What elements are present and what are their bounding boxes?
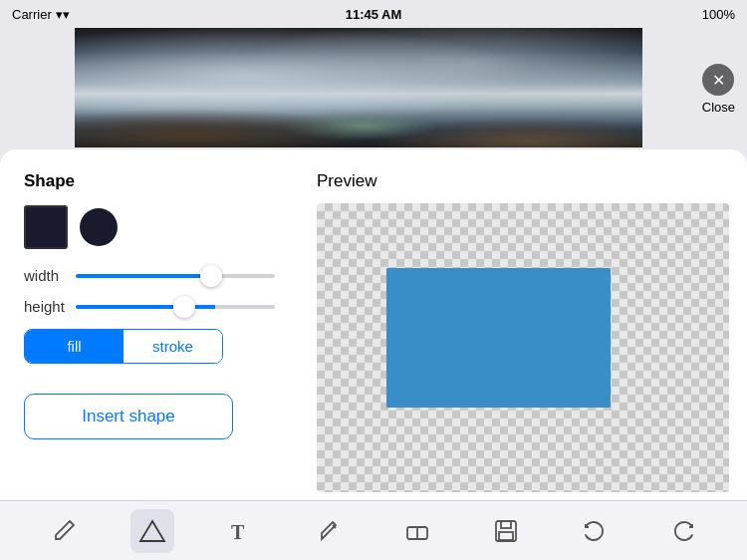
photo-waterfall [75, 28, 642, 147]
height-label: height [24, 298, 66, 315]
status-bar: Carrier ▾▾ 11:45 AM 100% [0, 0, 747, 28]
time-display: 11:45 AM [346, 7, 402, 22]
preview-title: Preview [317, 171, 729, 191]
width-slider[interactable] [76, 274, 275, 278]
shape-circle-option[interactable] [80, 208, 118, 246]
shape-section-title: Shape [24, 171, 275, 191]
svg-text:T: T [231, 521, 245, 543]
toolbar-redo[interactable] [661, 509, 705, 553]
battery-display: 100% [702, 7, 735, 22]
width-slider-row: width [24, 267, 275, 284]
left-column: Shape width height fill stroke Insert sh… [0, 149, 299, 510]
fill-button[interactable]: fill [25, 330, 124, 363]
close-button[interactable]: ✕ Close [702, 64, 735, 115]
height-slider[interactable] [76, 305, 275, 309]
photo-strip [75, 28, 642, 147]
carrier-wifi: Carrier ▾▾ [12, 7, 70, 22]
svg-rect-5 [501, 521, 511, 528]
right-column: Preview [299, 149, 747, 510]
toolbar-text[interactable]: T [219, 509, 263, 553]
battery-label: 100% [702, 7, 735, 22]
shape-panel: Shape width height fill stroke Insert sh… [0, 149, 747, 510]
toolbar-undo[interactable] [573, 509, 617, 553]
close-icon[interactable]: ✕ [702, 64, 734, 96]
wifi-icon: ▾▾ [56, 7, 70, 22]
main-canvas-area: ✕ Close [0, 28, 747, 167]
shape-square-option[interactable] [24, 205, 68, 249]
bottom-toolbar: T [0, 500, 747, 560]
toolbar-eraser[interactable] [395, 509, 439, 553]
width-label: width [24, 267, 66, 284]
carrier-label: Carrier [12, 7, 52, 22]
toolbar-pencil[interactable] [42, 509, 86, 553]
toolbar-shape[interactable] [130, 509, 174, 553]
shape-options [24, 205, 275, 249]
preview-rectangle [386, 268, 611, 408]
toolbar-save[interactable] [484, 509, 528, 553]
close-label[interactable]: Close [702, 100, 735, 115]
svg-marker-0 [140, 521, 164, 541]
stroke-button[interactable]: stroke [124, 330, 222, 363]
svg-rect-6 [499, 532, 513, 540]
checkerboard-bg [317, 203, 729, 492]
fill-stroke-toggle[interactable]: fill stroke [24, 329, 223, 364]
toolbar-pen[interactable] [308, 509, 352, 553]
insert-shape-button[interactable]: Insert shape [24, 394, 233, 439]
height-slider-row: height [24, 298, 275, 315]
preview-canvas [317, 203, 729, 492]
